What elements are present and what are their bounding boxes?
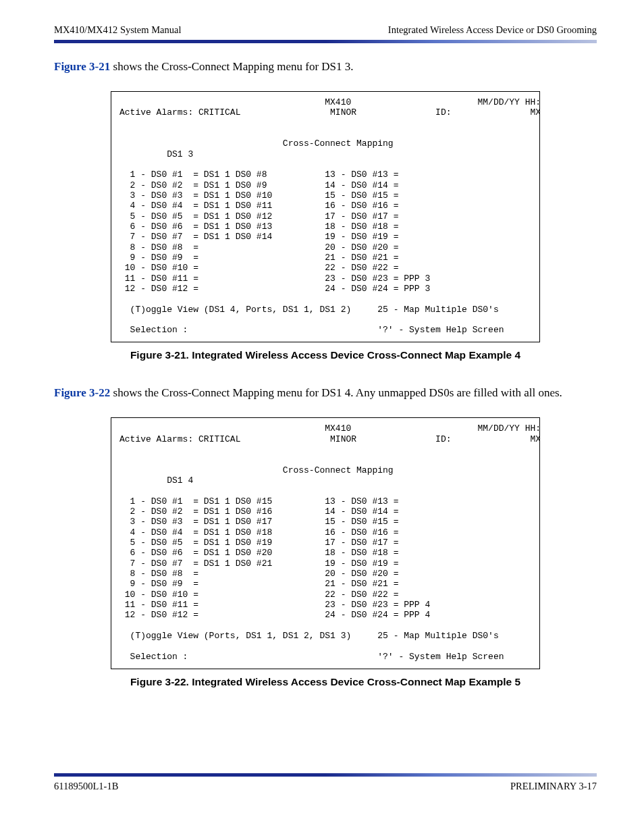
terminal-screen-1: MX410 MM/DD/YY HH:MM Active Alarms: CRIT… (111, 91, 540, 343)
intro-1-rest: shows the Cross-Connect Mapping menu for… (110, 60, 353, 73)
footer-rule (54, 773, 597, 777)
running-footer: 61189500L1-1B PRELIMINARY 3-17 (54, 781, 597, 792)
header-left: MX410/MX412 System Manual (54, 24, 182, 36)
figure-caption-3-22: Figure 3-22. Integrated Wireless Access … (54, 676, 597, 688)
footer-right: PRELIMINARY 3-17 (510, 781, 597, 792)
running-header: MX410/MX412 System Manual Integrated Wir… (54, 24, 597, 36)
figure-caption-3-21: Figure 3-21. Integrated Wireless Access … (54, 349, 597, 361)
header-rule (54, 40, 597, 43)
intro-2-rest: shows the Cross-Connect Mapping menu for… (110, 386, 562, 399)
intro-paragraph-1: Figure 3-21 shows the Cross-Connect Mapp… (54, 59, 597, 75)
footer-left: 61189500L1-1B (54, 781, 118, 792)
figure-ref-3-22: Figure 3-22 (54, 386, 110, 399)
figure-ref-3-21: Figure 3-21 (54, 60, 110, 73)
intro-paragraph-2: Figure 3-22 shows the Cross-Connect Mapp… (54, 386, 597, 401)
header-right: Integrated Wireless Access Device or DS0… (388, 24, 597, 36)
terminal-screen-2: MX410 MM/DD/YY HH:MM Active Alarms: CRIT… (111, 417, 540, 669)
